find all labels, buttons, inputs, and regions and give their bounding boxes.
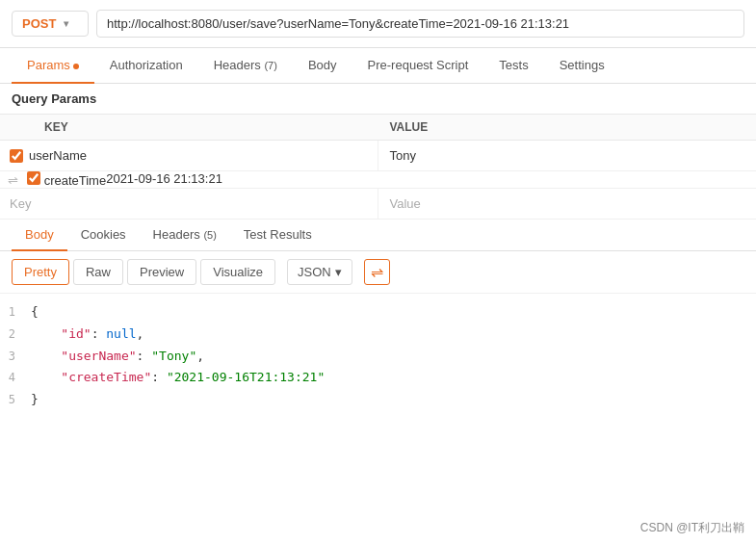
wrap-icon-symbol: ⇌ [371,263,383,281]
code-line-3: 3 "userName": "Tony", [0,346,756,368]
footer-text: CSDN @IT利刀出鞘 [640,521,744,534]
line-content-2: "id": null, [31,324,143,345]
empty-value-cell[interactable]: Value [378,189,757,219]
tab-authorization[interactable]: Authorization [94,48,198,84]
empty-key-cell[interactable]: Key [0,189,378,219]
wrap-toggle-button[interactable]: ⇌ [364,259,390,285]
row1-checkbox[interactable] [10,149,23,163]
tab-headers[interactable]: Headers (7) [198,48,293,84]
tab-pre-request[interactable]: Pre-request Script [352,48,484,84]
tab-authorization-label: Authorization [110,58,183,72]
line-content-3: "userName": "Tony", [31,347,204,367]
footer-watermark: CSDN @IT利刀出鞘 [640,520,744,536]
method-label: POST [22,16,56,31]
row2-checkbox[interactable] [27,171,40,185]
response-tab-headers[interactable]: Headers (5) [140,220,230,251]
drag-handle-icon[interactable]: ⇌ [8,172,18,187]
tab-settings[interactable]: Settings [544,48,620,84]
format-raw-button[interactable]: Raw [73,259,123,285]
format-chevron: ▾ [335,265,342,279]
line-num-2: 2 [0,325,31,344]
empty-value-placeholder: Value [390,196,421,211]
code-line-1: 1 { [0,301,756,324]
tab-body[interactable]: Body [293,48,352,84]
tab-settings-label: Settings [560,58,605,72]
format-type-label: JSON [298,265,331,279]
response-tab-test-results-label: Test Results [244,227,312,242]
code-line-5: 5 } [0,389,756,411]
url-input[interactable] [96,10,744,38]
row1-value: Tony [390,148,416,163]
query-params-header: Query Params [0,84,756,114]
table-row-empty: Key Value [0,189,756,220]
method-chevron: ▾ [64,18,68,29]
response-tab-body-label: Body [25,227,54,242]
row1-right: Tony [378,141,757,170]
response-tabs: Body Cookies Headers (5) Test Results [0,220,756,251]
query-params-label: Query Params [12,91,96,106]
response-headers-badge: (5) [203,229,216,241]
line-content-1: { [31,302,39,323]
table-row: userName Tony [0,141,756,171]
json-response-body: 1 { 2 "id": null, 3 "userName": "Tony", … [0,294,756,419]
tab-body-label: Body [308,58,337,72]
line-num-5: 5 [0,391,31,409]
row2-right: 2021-09-16 21:13:21 [106,171,222,188]
response-tab-cookies-label: Cookies [81,227,126,242]
row1-key: userName [29,148,87,163]
col-header-value: VALUE [378,115,757,140]
code-line-4: 4 "createTime": "2021-09-16T21:13:21" [0,367,756,389]
row2-value: 2021-09-16 21:13:21 [106,171,222,186]
format-type-select[interactable]: JSON ▾ [287,259,352,285]
format-visualize-button[interactable]: Visualize [200,259,275,285]
code-line-2: 2 "id": null, [0,324,756,346]
response-tab-test-results[interactable]: Test Results [230,220,326,251]
line-content-5: } [31,390,39,410]
params-table-header: KEY VALUE [0,114,756,141]
row2-key: createTime [44,173,107,188]
params-table: KEY VALUE userName Tony ⇌ createTime 202… [0,114,756,220]
table-row: ⇌ createTime 2021-09-16 21:13:21 [0,171,756,189]
url-bar: POST ▾ [0,0,756,48]
tab-tests[interactable]: Tests [483,48,543,84]
tab-params[interactable]: Params [12,48,94,84]
method-select[interactable]: POST ▾ [12,11,89,37]
tab-params-label: Params [27,58,70,72]
line-num-3: 3 [0,348,31,366]
line-num-4: 4 [0,369,31,387]
response-tab-headers-label: Headers [153,227,200,242]
col-header-key: KEY [0,115,378,140]
response-tab-cookies[interactable]: Cookies [67,220,140,251]
format-pretty-button[interactable]: Pretty [12,259,69,285]
tab-pre-request-label: Pre-request Script [368,58,469,72]
headers-badge: (7) [264,60,276,71]
nav-tabs: Params Authorization Headers (7) Body Pr… [0,48,756,84]
tab-tests-label: Tests [499,58,528,72]
line-content-4: "createTime": "2021-09-16T21:13:21" [31,368,325,388]
line-num-1: 1 [0,303,31,322]
format-preview-button[interactable]: Preview [127,259,196,285]
params-dot [73,64,79,69]
format-bar: Pretty Raw Preview Visualize JSON ▾ ⇌ [0,251,756,294]
response-tab-body[interactable]: Body [12,220,67,251]
row1-left: userName [0,141,378,170]
empty-key-placeholder: Key [10,196,31,211]
tab-headers-label: Headers [214,58,261,72]
